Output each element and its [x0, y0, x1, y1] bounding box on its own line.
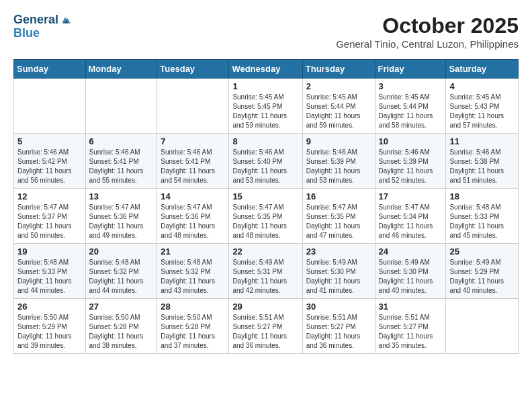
day-info: Sunrise: 5:46 AM Sunset: 5:39 PM Dayligh… [306, 148, 371, 185]
day-cell: 12Sunrise: 5:47 AM Sunset: 5:37 PM Dayli… [14, 189, 86, 244]
day-cell: 24Sunrise: 5:49 AM Sunset: 5:30 PM Dayli… [375, 244, 446, 299]
calendar-subtitle: General Tinio, Central Luzon, Philippine… [336, 38, 519, 50]
day-number: 16 [306, 191, 371, 201]
calendar-table: SundayMondayTuesdayWednesdayThursdayFrid… [13, 59, 519, 354]
header-cell-tuesday: Tuesday [157, 60, 229, 79]
logo-general: General [13, 13, 58, 27]
day-info: Sunrise: 5:50 AM Sunset: 5:29 PM Dayligh… [17, 313, 82, 351]
day-info: Sunrise: 5:49 AM Sunset: 5:31 PM Dayligh… [232, 258, 298, 295]
day-info: Sunrise: 5:48 AM Sunset: 5:32 PM Dayligh… [89, 258, 154, 295]
day-number: 23 [306, 246, 371, 257]
day-cell: 7Sunrise: 5:46 AM Sunset: 5:41 PM Daylig… [157, 134, 229, 189]
day-cell: 30Sunrise: 5:51 AM Sunset: 5:27 PM Dayli… [302, 299, 375, 354]
day-number: 31 [379, 302, 443, 312]
day-info: Sunrise: 5:50 AM Sunset: 5:28 PM Dayligh… [161, 313, 225, 351]
day-number: 7 [161, 136, 225, 146]
day-cell: 2Sunrise: 5:45 AM Sunset: 5:44 PM Daylig… [302, 79, 375, 134]
day-cell [157, 79, 229, 134]
day-cell: 11Sunrise: 5:46 AM Sunset: 5:38 PM Dayli… [446, 134, 519, 189]
day-number: 25 [449, 246, 515, 257]
day-cell: 10Sunrise: 5:46 AM Sunset: 5:39 PM Dayli… [375, 134, 446, 189]
day-info: Sunrise: 5:47 AM Sunset: 5:37 PM Dayligh… [17, 203, 82, 240]
day-number: 27 [89, 302, 154, 312]
day-cell [14, 79, 86, 134]
day-cell [446, 299, 519, 354]
day-cell: 27Sunrise: 5:50 AM Sunset: 5:28 PM Dayli… [85, 299, 157, 354]
day-info: Sunrise: 5:48 AM Sunset: 5:33 PM Dayligh… [449, 203, 515, 240]
day-info: Sunrise: 5:47 AM Sunset: 5:35 PM Dayligh… [232, 203, 298, 240]
day-cell: 25Sunrise: 5:49 AM Sunset: 5:29 PM Dayli… [446, 244, 519, 299]
top-area: General Blue October 2025 General Tinio,… [13, 13, 519, 54]
header-cell-wednesday: Wednesday [229, 60, 302, 79]
day-cell: 21Sunrise: 5:48 AM Sunset: 5:32 PM Dayli… [157, 244, 229, 299]
logo: General Blue [13, 13, 71, 40]
week-row-2: 5Sunrise: 5:46 AM Sunset: 5:42 PM Daylig… [14, 134, 519, 189]
day-cell: 1Sunrise: 5:45 AM Sunset: 5:45 PM Daylig… [229, 79, 302, 134]
day-info: Sunrise: 5:50 AM Sunset: 5:28 PM Dayligh… [89, 313, 154, 351]
day-info: Sunrise: 5:47 AM Sunset: 5:36 PM Dayligh… [89, 203, 154, 240]
header-cell-monday: Monday [85, 60, 157, 79]
day-info: Sunrise: 5:47 AM Sunset: 5:35 PM Dayligh… [306, 203, 371, 240]
day-cell: 26Sunrise: 5:50 AM Sunset: 5:29 PM Dayli… [14, 299, 86, 354]
day-cell: 16Sunrise: 5:47 AM Sunset: 5:35 PM Dayli… [302, 189, 375, 244]
title-section: October 2025 General Tinio, Central Luzo… [336, 13, 519, 50]
day-info: Sunrise: 5:46 AM Sunset: 5:42 PM Dayligh… [17, 148, 82, 185]
day-number: 13 [89, 191, 154, 201]
day-cell: 28Sunrise: 5:50 AM Sunset: 5:28 PM Dayli… [157, 299, 229, 354]
day-number: 24 [379, 246, 443, 257]
day-number: 1 [232, 81, 298, 91]
header-cell-friday: Friday [375, 60, 446, 79]
day-number: 15 [232, 191, 298, 201]
calendar-title: October 2025 [336, 13, 519, 38]
day-number: 12 [17, 191, 82, 201]
day-number: 28 [161, 302, 225, 312]
day-info: Sunrise: 5:46 AM Sunset: 5:38 PM Dayligh… [449, 148, 515, 185]
day-cell: 17Sunrise: 5:47 AM Sunset: 5:34 PM Dayli… [375, 189, 446, 244]
header-row: SundayMondayTuesdayWednesdayThursdayFrid… [14, 60, 519, 79]
day-number: 18 [449, 191, 515, 201]
day-info: Sunrise: 5:48 AM Sunset: 5:32 PM Dayligh… [161, 258, 225, 295]
day-number: 3 [379, 81, 443, 91]
day-cell: 3Sunrise: 5:45 AM Sunset: 5:44 PM Daylig… [375, 79, 446, 134]
day-cell [85, 79, 157, 134]
day-info: Sunrise: 5:45 AM Sunset: 5:45 PM Dayligh… [232, 93, 298, 130]
day-number: 8 [232, 136, 298, 146]
day-number: 14 [161, 191, 225, 201]
day-info: Sunrise: 5:45 AM Sunset: 5:44 PM Dayligh… [379, 93, 443, 130]
day-cell: 8Sunrise: 5:46 AM Sunset: 5:40 PM Daylig… [229, 134, 302, 189]
day-cell: 13Sunrise: 5:47 AM Sunset: 5:36 PM Dayli… [85, 189, 157, 244]
day-info: Sunrise: 5:46 AM Sunset: 5:40 PM Dayligh… [232, 148, 298, 185]
header-cell-sunday: Sunday [14, 60, 86, 79]
day-number: 9 [306, 136, 371, 146]
logo-icon [60, 15, 71, 26]
day-cell: 15Sunrise: 5:47 AM Sunset: 5:35 PM Dayli… [229, 189, 302, 244]
day-cell: 22Sunrise: 5:49 AM Sunset: 5:31 PM Dayli… [229, 244, 302, 299]
day-info: Sunrise: 5:49 AM Sunset: 5:30 PM Dayligh… [379, 258, 443, 295]
day-cell: 18Sunrise: 5:48 AM Sunset: 5:33 PM Dayli… [446, 189, 519, 244]
day-number: 2 [306, 81, 371, 91]
day-info: Sunrise: 5:49 AM Sunset: 5:29 PM Dayligh… [449, 258, 515, 295]
day-info: Sunrise: 5:47 AM Sunset: 5:36 PM Dayligh… [161, 203, 225, 240]
day-cell: 31Sunrise: 5:51 AM Sunset: 5:27 PM Dayli… [375, 299, 446, 354]
day-info: Sunrise: 5:45 AM Sunset: 5:43 PM Dayligh… [449, 93, 515, 130]
day-number: 22 [232, 246, 298, 257]
day-info: Sunrise: 5:51 AM Sunset: 5:27 PM Dayligh… [379, 313, 443, 351]
day-info: Sunrise: 5:51 AM Sunset: 5:27 PM Dayligh… [232, 313, 298, 351]
day-number: 11 [449, 136, 515, 146]
logo-blue: Blue [13, 26, 40, 40]
day-number: 17 [379, 191, 443, 201]
day-cell: 14Sunrise: 5:47 AM Sunset: 5:36 PM Dayli… [157, 189, 229, 244]
day-info: Sunrise: 5:46 AM Sunset: 5:41 PM Dayligh… [89, 148, 154, 185]
week-row-5: 26Sunrise: 5:50 AM Sunset: 5:29 PM Dayli… [14, 299, 519, 354]
day-cell: 19Sunrise: 5:48 AM Sunset: 5:33 PM Dayli… [14, 244, 86, 299]
day-info: Sunrise: 5:45 AM Sunset: 5:44 PM Dayligh… [306, 93, 371, 130]
day-info: Sunrise: 5:47 AM Sunset: 5:34 PM Dayligh… [379, 203, 443, 240]
day-number: 26 [17, 302, 82, 312]
day-cell: 4Sunrise: 5:45 AM Sunset: 5:43 PM Daylig… [446, 79, 519, 134]
header-cell-thursday: Thursday [302, 60, 375, 79]
week-row-4: 19Sunrise: 5:48 AM Sunset: 5:33 PM Dayli… [14, 244, 519, 299]
day-number: 19 [17, 246, 82, 257]
week-row-3: 12Sunrise: 5:47 AM Sunset: 5:37 PM Dayli… [14, 189, 519, 244]
day-number: 5 [17, 136, 82, 146]
day-info: Sunrise: 5:49 AM Sunset: 5:30 PM Dayligh… [306, 258, 371, 295]
